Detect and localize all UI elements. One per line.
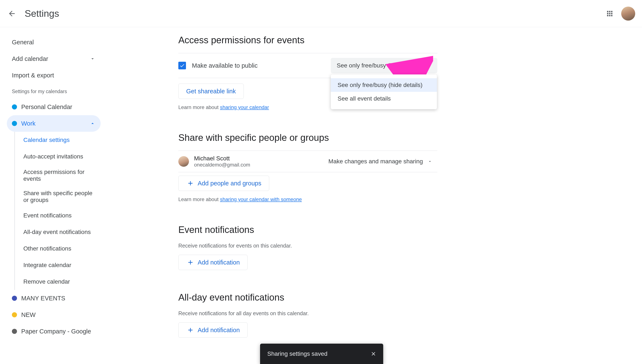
sidebar-item-add-calendar[interactable]: Add calendar xyxy=(7,50,101,67)
account-avatar[interactable] xyxy=(621,6,635,20)
chevron-down-icon xyxy=(428,159,432,164)
cal-left: MANY EVENTS xyxy=(12,295,65,302)
public-checkbox[interactable] xyxy=(178,62,186,69)
sidebar-item-label: Import & export xyxy=(12,72,54,79)
cal-left: Paper Company - Google xyxy=(12,328,91,335)
calendar-label: NEW xyxy=(21,312,36,318)
public-row: Make available to public See only free/b… xyxy=(178,53,437,78)
hint-link-sharing[interactable]: sharing your calendar xyxy=(220,104,269,110)
sidebar: General Add calendar Import & export Set… xyxy=(0,27,104,364)
get-shareable-link-button[interactable]: Get shareable link xyxy=(178,84,244,99)
subitem-label: Remove calendar xyxy=(23,278,70,285)
hint-prefix: Learn more about xyxy=(178,196,220,202)
subitem-label: Share with specific people or groups xyxy=(23,190,96,204)
subitem-share-people[interactable]: Share with specific people or groups xyxy=(15,186,101,207)
person-name: Michael Scott xyxy=(194,155,250,162)
option-label: See all event details xyxy=(338,95,391,102)
subitem-access-permissions[interactable]: Access permissions for events xyxy=(15,165,101,186)
button-label: Add people and groups xyxy=(198,180,261,187)
subitem-label: Auto-accept invitations xyxy=(23,153,83,160)
subitem-label: Other notifications xyxy=(23,245,71,252)
sidebar-item-general[interactable]: General xyxy=(7,34,101,50)
calendar-item-personal[interactable]: Personal Calendar xyxy=(7,99,101,115)
header-right xyxy=(605,6,635,20)
subitem-label: Access permissions for events xyxy=(23,169,89,182)
plus-icon xyxy=(186,326,195,334)
section-title-share-people: Share with specific people or groups xyxy=(178,132,437,143)
calendar-label: MANY EVENTS xyxy=(21,295,65,302)
person-info: Michael Scott onecaldemo@gmail.com xyxy=(194,155,250,168)
button-label: Add notification xyxy=(198,259,240,266)
calendar-item-many-events[interactable]: MANY EVENTS xyxy=(7,290,101,306)
subitem-allday-notifications[interactable]: All-day event notifications xyxy=(15,224,101,240)
add-allday-notification-button[interactable]: Add notification xyxy=(178,322,247,338)
subitem-calendar-settings[interactable]: Calendar settings xyxy=(15,132,101,148)
subitem-integrate-calendar[interactable]: Integrate calendar xyxy=(15,257,101,274)
add-people-button[interactable]: Add people and groups xyxy=(178,176,269,191)
dropdown-option-free-busy[interactable]: See only free/busy (hide details) xyxy=(331,78,437,92)
cal-left: Work xyxy=(12,120,36,127)
subitem-label: Calendar settings xyxy=(23,136,70,144)
close-icon xyxy=(371,351,376,357)
calendar-label: Paper Company - Google xyxy=(21,328,91,335)
layout: General Add calendar Import & export Set… xyxy=(0,27,642,364)
color-dot-icon xyxy=(12,104,17,110)
subitem-other-notifications[interactable]: Other notifications xyxy=(15,240,101,257)
person-avatar xyxy=(178,156,189,167)
public-toggle-row: Make available to public xyxy=(178,62,258,69)
calendar-item-paper-company[interactable]: Paper Company - Google xyxy=(7,323,101,340)
option-label: See only free/busy (hide details) xyxy=(338,82,423,88)
color-dot-icon xyxy=(12,312,17,317)
person-left: Michael Scott onecaldemo@gmail.com xyxy=(178,155,250,168)
subitem-label: All-day event notifications xyxy=(23,229,91,236)
permission-label: Make changes and manage sharing xyxy=(329,158,423,165)
sidebar-item-label: Add calendar xyxy=(12,55,48,62)
toast-close-button[interactable] xyxy=(369,350,378,358)
public-label: Make available to public xyxy=(192,62,258,69)
hint-link-sharing-someone[interactable]: sharing your calendar with someone xyxy=(220,196,302,202)
main-content: Access permissions for events Make avail… xyxy=(104,27,642,364)
plus-icon xyxy=(186,179,195,188)
app-header: Settings xyxy=(0,0,642,27)
calendar-item-new[interactable]: NEW xyxy=(7,306,101,323)
color-dot-icon xyxy=(12,296,17,301)
chevron-up-icon xyxy=(427,63,431,68)
subitem-label: Integrate calendar xyxy=(23,262,71,268)
subitem-remove-calendar[interactable]: Remove calendar xyxy=(15,274,101,290)
person-email: onecaldemo@gmail.com xyxy=(194,162,250,168)
toast-message: Sharing settings saved xyxy=(267,350,327,357)
header-left: Settings xyxy=(7,8,59,19)
cal-left: NEW xyxy=(12,312,36,318)
allday-notif-desc: Receive notifications for all day events… xyxy=(178,310,437,316)
grid-icon xyxy=(606,10,614,18)
calendar-work-sublist: Calendar settings Auto-accept invitation… xyxy=(15,132,101,290)
sidebar-item-label: General xyxy=(12,39,34,46)
chevron-up-icon xyxy=(90,120,96,126)
dropdown-selected-label: See only free/busy (hide details) xyxy=(337,62,422,69)
dropdown-option-all-details[interactable]: See all event details xyxy=(331,92,437,106)
content-wrap: Access permissions for events Make avail… xyxy=(178,35,437,338)
permission-dropdown[interactable]: Make changes and manage sharing xyxy=(323,154,437,169)
button-label: Get shareable link xyxy=(186,88,236,95)
google-apps-button[interactable] xyxy=(605,8,615,19)
section-title-event-notif: Event notifications xyxy=(178,224,437,235)
calendar-label: Work xyxy=(21,120,36,127)
section-title-access: Access permissions for events xyxy=(178,35,437,46)
back-button[interactable] xyxy=(7,8,17,19)
cal-left: Personal Calendar xyxy=(12,104,72,110)
sidebar-item-import-export[interactable]: Import & export xyxy=(7,67,101,84)
subitem-event-notifications[interactable]: Event notifications xyxy=(15,207,101,224)
color-dot-icon xyxy=(12,329,17,334)
person-row: Michael Scott onecaldemo@gmail.com Make … xyxy=(178,151,437,172)
subitem-auto-accept[interactable]: Auto-accept invitations xyxy=(15,148,101,165)
toast-snackbar: Sharing settings saved xyxy=(260,344,383,364)
subitem-label: Event notifications xyxy=(23,212,72,219)
calendar-item-work[interactable]: Work xyxy=(7,115,101,132)
visibility-dropdown[interactable]: See only free/busy (hide details) See on… xyxy=(331,58,437,73)
chevron-down-icon xyxy=(90,56,96,62)
visibility-dropdown-menu: See only free/busy (hide details) See al… xyxy=(331,74,437,109)
sidebar-section-title: Settings for my calendars xyxy=(7,84,101,99)
arrow-left-icon xyxy=(8,9,16,18)
add-notification-button[interactable]: Add notification xyxy=(178,255,247,270)
color-dot-icon xyxy=(12,121,17,126)
